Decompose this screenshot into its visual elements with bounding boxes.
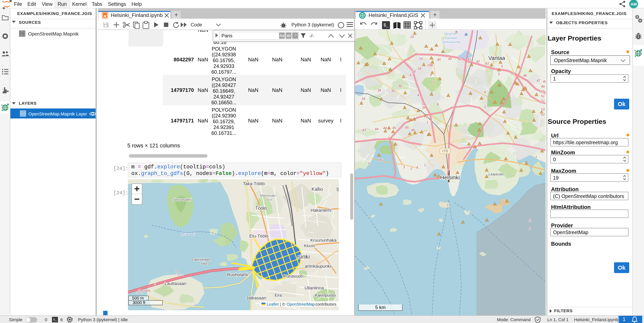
svg-text:42: 42 (476, 60, 480, 63)
svg-text:2: 2 (175, 270, 177, 273)
svg-text:2: 2 (410, 167, 412, 170)
svg-text:Jatkasaari: Jatkasaari (246, 296, 266, 301)
svg-text:silta: silta (201, 262, 207, 266)
svg-text:Seurasaari: Seurasaari (173, 197, 191, 202)
svg-text:43: 43 (485, 62, 489, 65)
svg-text:©: © (282, 302, 285, 307)
svg-text:2: 2 (426, 115, 428, 119)
svg-text:OpenStreetMap: OpenStreetMap (286, 302, 315, 307)
svg-text:43: 43 (362, 128, 366, 132)
svg-text:2: 2 (529, 219, 531, 222)
svg-text:Lauttasaari: Lauttasaari (165, 281, 186, 286)
svg-text:7: 7 (433, 81, 435, 84)
svg-text:Helsinki: Helsinki (440, 174, 460, 181)
svg-text:35 m: 35 m (136, 291, 142, 294)
svg-text:Vantaan: Vantaan (445, 36, 457, 40)
svg-text:sinki: sinki (298, 253, 310, 260)
svg-text:Taka-Töölö: Taka-Töölö (243, 181, 265, 186)
svg-text:18: 18 (418, 67, 421, 70)
svg-text:5: 5 (498, 72, 500, 76)
svg-text:48: 48 (543, 80, 546, 83)
svg-text:45: 45 (405, 126, 409, 129)
svg-text:3: 3 (403, 165, 405, 169)
svg-text:41: 41 (468, 58, 471, 61)
svg-text:3A: 3A (422, 106, 426, 109)
svg-text:Hakaniemi: Hakaniemi (310, 208, 332, 213)
svg-text:Kallio: Kallio (312, 187, 323, 192)
svg-text:Ruoholahti: Ruoholahti (227, 272, 248, 277)
svg-text:5: 5 (368, 162, 370, 165)
svg-text:Leaflet: Leaflet (267, 302, 279, 307)
svg-text:53: 53 (541, 108, 545, 111)
svg-text:4: 4 (484, 90, 486, 94)
svg-text:45: 45 (392, 126, 396, 130)
svg-text:40: 40 (437, 58, 441, 61)
svg-text:44: 44 (375, 127, 378, 131)
svg-text:6: 6 (437, 103, 439, 106)
svg-text:45: 45 (379, 158, 383, 162)
svg-text:Töölö: Töölö (255, 206, 267, 211)
svg-text:34: 34 (362, 97, 365, 100)
svg-text:3: 3 (422, 102, 424, 106)
svg-text:5: 5 (501, 64, 503, 68)
svg-text:3000 ft: 3000 ft (132, 300, 145, 305)
svg-text:6: 6 (410, 73, 412, 77)
svg-text:Ullanlinna: Ullanlinna (304, 286, 324, 291)
svg-text:3: 3 (484, 105, 486, 109)
svg-text:45: 45 (511, 72, 515, 75)
svg-text:50a: 50a (540, 90, 546, 93)
svg-text:500 m: 500 m (132, 296, 144, 300)
svg-text:47: 47 (537, 79, 540, 82)
svg-text:Kluuvi: Kluuvi (304, 244, 315, 248)
svg-text:4: 4 (416, 166, 418, 169)
svg-text:Kaivopuisto: Kaivopuisto (315, 293, 336, 298)
svg-text:Etu-Töölö: Etu-Töölö (249, 234, 268, 239)
svg-text:Kruununhaka: Kruununhaka (310, 238, 337, 243)
svg-text:Vantaa: Vantaa (488, 55, 505, 61)
svg-text:53: 53 (541, 113, 545, 116)
svg-text:Mustasaari: Mustasaari (181, 233, 195, 236)
svg-text:contributors: contributors (316, 302, 336, 307)
svg-text:52: 52 (541, 99, 545, 103)
svg-text:3: 3 (535, 155, 537, 159)
svg-text:34: 34 (377, 89, 381, 92)
svg-text:8: 8 (430, 73, 432, 76)
svg-text:19B: 19B (427, 63, 433, 67)
svg-text:Eira: Eira (275, 293, 282, 298)
svg-text:t70: t70 (442, 149, 448, 153)
svg-text:Punavuori: Punavuori (284, 274, 303, 279)
svg-text:1: 1 (424, 163, 426, 167)
svg-text:1: 1 (426, 120, 428, 124)
svg-text:1: 1 (529, 227, 531, 230)
svg-text:49: 49 (541, 85, 545, 88)
svg-text:2: 2 (154, 282, 156, 286)
svg-text:32 m: 32 m (177, 273, 183, 276)
svg-text:10: 10 (410, 35, 414, 38)
svg-text:36: 36 (398, 84, 402, 88)
svg-text:10: 10 (419, 57, 423, 60)
svg-text:46: 46 (523, 74, 527, 77)
svg-text:Sörr: Sörr (336, 187, 339, 192)
svg-text:18 m: 18 m (266, 198, 272, 201)
svg-text:18: 18 (412, 70, 416, 73)
svg-text:41: 41 (458, 57, 462, 61)
svg-text:44: 44 (383, 126, 387, 130)
svg-text:Lapinlahden: Lapinlahden (192, 258, 211, 262)
svg-text:Laajasalo: Laajasalo (488, 172, 504, 176)
svg-text:lentoasema: lentoasema (442, 40, 460, 44)
svg-text:35: 35 (391, 89, 395, 93)
svg-text:46: 46 (411, 128, 415, 132)
svg-text:|: | (280, 302, 281, 307)
svg-text:4: 4 (417, 93, 419, 97)
svg-text:40: 40 (448, 57, 452, 60)
svg-text:Mäntymäki: Mäntymäki (260, 194, 276, 197)
svg-text:artinkaupunki: artinkaupunki (305, 264, 331, 269)
svg-text:Veromies: Veromies (444, 32, 458, 35)
svg-text:51: 51 (541, 94, 545, 98)
